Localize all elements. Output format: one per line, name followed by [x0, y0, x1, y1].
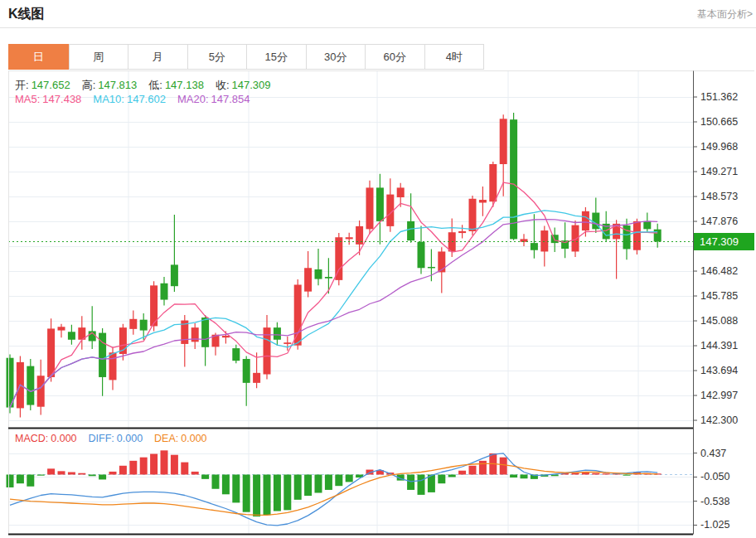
fundamental-analysis-link[interactable]: 基本面分析> [697, 7, 753, 22]
tab-interval-7[interactable]: 4时 [424, 45, 484, 69]
price-axis-label: 149.271 [700, 165, 738, 178]
price-axis-label: 143.694 [700, 364, 738, 377]
price-axis-label: 150.665 [700, 115, 738, 128]
dea-line [10, 463, 657, 515]
price-axis-label: 147.876 [700, 215, 738, 228]
ohlc-open-value: 147.652 [32, 79, 70, 91]
page-title: K线图 [8, 6, 45, 23]
ohlc-low-label: 低: [148, 79, 162, 91]
tab-interval-6[interactable]: 60分 [365, 45, 424, 69]
ohlc-open-label: 开: [15, 79, 29, 91]
macd-value-legend-value: 0.000 [51, 433, 76, 444]
macd-axis-label: -1.025 [700, 518, 729, 531]
ma20-legend-label: MA20: [177, 93, 209, 105]
price-axis-label: 145.785 [700, 289, 738, 303]
price-axis-label: 149.968 [700, 140, 738, 153]
diff-line [10, 453, 657, 526]
price-axis-label: 144.391 [700, 339, 738, 352]
candlestick-series [7, 113, 662, 418]
price-axis-label: 145.088 [700, 314, 738, 327]
price-axis-label: 142.997 [700, 389, 738, 402]
interval-tabs: 日周月5分15分30分60分4时 [8, 44, 484, 70]
kline-page: { "header": { "title": "K线图", "more_link… [0, 0, 756, 538]
ma10-legend-value: 147.602 [127, 93, 166, 105]
macd-legend: MACD:0.000DIFF:0.000DEA:0.000 [15, 433, 219, 444]
macd-histogram [7, 450, 662, 516]
tab-interval-3[interactable]: 5分 [187, 45, 247, 69]
diff-value-legend-value: 0.000 [117, 433, 143, 444]
grid-lines [8, 71, 693, 535]
price-axis-label: 151.362 [700, 90, 738, 104]
tab-interval-1[interactable]: 周 [69, 45, 128, 69]
price-axis-label: 146.482 [700, 264, 738, 278]
price-axis-label: 142.300 [700, 414, 738, 427]
macd-axis-label: -0.538 [700, 495, 729, 508]
ohlc-low-value: 147.138 [165, 79, 204, 91]
macd-value-legend-label: MACD: [15, 433, 48, 444]
current-price-badge: 147.309 [694, 233, 754, 250]
price-axis-label: 148.573 [700, 190, 738, 203]
header-divider [0, 27, 756, 28]
ma20-legend-value: 147.854 [211, 93, 250, 105]
ohlc-high-label: 高: [82, 79, 96, 91]
tab-interval-5[interactable]: 30分 [306, 45, 366, 69]
diff-value-legend-label: DIFF: [89, 433, 114, 444]
ohlc-high-value: 147.813 [98, 79, 137, 91]
ma10-legend-label: MA10: [93, 93, 124, 105]
ma-legend: MA5:147.438MA10:147.602MA20:147.854 [15, 93, 262, 105]
tab-interval-2[interactable]: 月 [128, 45, 187, 69]
ohlc-close-value: 147.309 [232, 79, 271, 91]
tab-interval-0[interactable]: 日 [8, 44, 69, 70]
chart-canvas[interactable] [0, 70, 756, 538]
tab-interval-4[interactable]: 15分 [246, 45, 306, 69]
ma5-line [10, 182, 657, 407]
ma5-legend-label: MA5: [15, 93, 40, 105]
macd-axis-label: 0.437 [700, 447, 726, 460]
ma10-line [10, 211, 657, 408]
dea-value-legend-value: 0.000 [181, 433, 206, 444]
chart-frame [8, 71, 754, 535]
ohlc-close-label: 收: [216, 79, 230, 91]
macd-axis-label: -0.050 [700, 470, 729, 483]
dea-value-legend-label: DEA: [154, 433, 178, 444]
ma5-legend-value: 147.438 [42, 93, 81, 105]
ohlc-legend: 开:147.652高:147.813低:147.138收:147.309 [15, 78, 283, 93]
ma20-line [10, 220, 657, 408]
